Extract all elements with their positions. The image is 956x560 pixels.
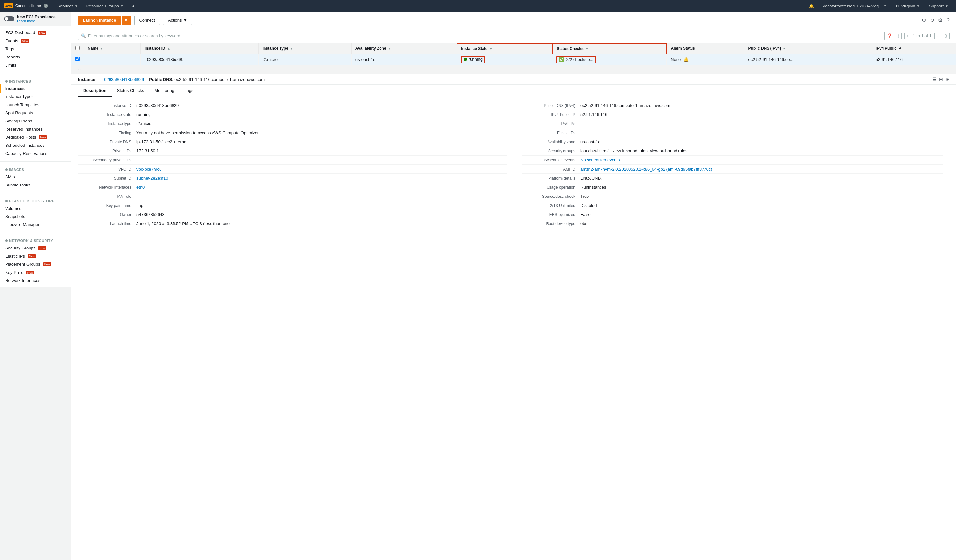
help-circle-icon[interactable]: ❓: [887, 33, 892, 38]
connect-button[interactable]: Connect: [134, 16, 160, 25]
header-alarm-status: Alarm Status: [667, 43, 744, 54]
nav-region[interactable]: N. Virginia ▼: [892, 0, 924, 12]
public-dns-label: Public DNS: ec2-52-91-146-116.compute-1.…: [149, 77, 264, 82]
settings-filter-icon[interactable]: ⚙: [921, 17, 926, 24]
tab-status-checks[interactable]: Status Checks: [112, 85, 149, 97]
help-icon[interactable]: ?: [947, 17, 950, 24]
sidebar-item-network-interfaces[interactable]: Network Interfaces: [0, 276, 71, 284]
cell-instance-type: t2.micro: [258, 54, 351, 65]
sidebar-item-events[interactable]: Events New: [0, 37, 71, 45]
sidebar-item-scheduled-instances[interactable]: Scheduled Instances: [0, 141, 71, 149]
sidebar-item-savings-plans[interactable]: Savings Plans: [0, 117, 71, 125]
sidebar-item-spot-requests[interactable]: Spot Requests: [0, 109, 71, 117]
new-experience-toggle[interactable]: New EC2 Experience Learn more: [0, 12, 71, 26]
console-home-link[interactable]: Console Home: [15, 3, 41, 8]
nav-support[interactable]: Support ▼: [925, 0, 952, 12]
desc-row-platform-details: Platform details Linux/UNIX: [522, 174, 943, 183]
header-checkbox-col: [71, 43, 84, 54]
sidebar-item-launch-templates[interactable]: Launch Templates: [0, 101, 71, 109]
section-title-network-security: NETWORK & SECURITY: [0, 237, 71, 244]
page-first-button[interactable]: ⟪: [895, 33, 902, 39]
sidebar-item-reserved-instances[interactable]: Reserved Instances: [0, 125, 71, 133]
help-badge[interactable]: ?: [44, 3, 48, 8]
view-inbound-rules-link[interactable]: view inbound rules.: [613, 149, 649, 153]
sidebar-item-instances[interactable]: Instances: [0, 85, 71, 93]
sidebar-item-volumes[interactable]: Volumes: [0, 204, 71, 212]
sidebar-item-security-groups[interactable]: Security Groups New: [0, 244, 71, 252]
check-ok-icon: ✅: [559, 57, 564, 62]
instance-detail-header: Instance: i-0293a80d418be6829 Public DNS…: [71, 74, 956, 85]
sidebar-item-snapshots[interactable]: Snapshots: [0, 212, 71, 221]
grid-view-icon[interactable]: ⊞: [946, 77, 950, 82]
desc-row-owner: Owner 547362852643: [78, 210, 507, 219]
toggle-switch[interactable]: [4, 16, 14, 22]
launch-instance-button[interactable]: Launch Instance: [78, 16, 121, 25]
sidebar-item-capacity-reservations[interactable]: Capacity Reservations: [0, 149, 71, 158]
tab-monitoring[interactable]: Monitoring: [149, 85, 179, 97]
desc-row-network-interfaces: Network interfaces eth0: [78, 183, 507, 192]
learn-more-link[interactable]: Learn more: [17, 19, 55, 23]
filter-bar: 🔍 ❓ ⟪ ‹ 1 to 1 of 1 › ⟫: [71, 29, 956, 43]
nav-favorites[interactable]: ★: [127, 0, 139, 12]
view-outbound-rules-link[interactable]: view outbound rules: [650, 149, 687, 153]
desc-row-availability-zone: Availability zone us-east-1e: [522, 137, 943, 146]
cell-status-checks: ✅ 2/2 checks p...: [552, 54, 667, 65]
sidebar-item-ec2-dashboard[interactable]: EC2 Dashboard New: [0, 28, 71, 37]
header-instance-id[interactable]: Instance ID ▲: [140, 43, 258, 54]
desc-row-ami-id: AMI ID amzn2-ami-hvm-2.0.20200520.1-x86_…: [522, 165, 943, 174]
row-checkbox[interactable]: [75, 57, 80, 61]
list-view-icon[interactable]: ☰: [932, 77, 937, 82]
sidebar-item-elastic-ips[interactable]: Elastic IPs New: [0, 252, 71, 260]
instance-table-wrapper: Name ▼ Instance ID ▲ Instance Type ▼ Ava…: [71, 43, 956, 65]
header-instance-state[interactable]: Instance State ▼: [457, 43, 552, 54]
instance-table: Name ▼ Instance ID ▲ Instance Type ▼ Ava…: [71, 43, 956, 65]
desc-row-t2t3-unlimited: T2/T3 Unlimited Disabled: [522, 201, 943, 210]
sidebar-item-reports[interactable]: Reports: [0, 53, 71, 61]
header-ipv4-public-ip: IPv4 Public IP: [871, 43, 956, 54]
detail-panel-handle[interactable]: · · ·: [71, 65, 956, 74]
toolbar-icons: ⚙ ↻ ⚙ ?: [921, 17, 950, 24]
desc-row-subnet-id: Subnet ID subnet-2e2e3f10: [78, 174, 507, 183]
launch-instance-dropdown[interactable]: ▼: [121, 16, 131, 25]
instance-id-link[interactable]: i-0293a80d418be6829: [102, 77, 144, 82]
sidebar-item-instance-types[interactable]: Instance Types: [0, 93, 71, 101]
region-caret-icon: ▼: [917, 4, 920, 8]
security-group-link[interactable]: launch-wizard-1.: [580, 149, 611, 153]
page-next-button[interactable]: ›: [934, 33, 940, 39]
header-name[interactable]: Name ▼: [84, 43, 141, 54]
nav-user[interactable]: vocstartsoft/user315939=profj... ▼: [819, 0, 891, 12]
refresh-icon[interactable]: ↻: [930, 17, 934, 24]
sidebar-item-placement-groups[interactable]: Placement Groups New: [0, 260, 71, 268]
sidebar-item-tags[interactable]: Tags: [0, 45, 71, 53]
header-instance-type[interactable]: Instance Type ▼: [258, 43, 351, 54]
nav-resource-groups[interactable]: Resource Groups ▼: [82, 0, 127, 12]
sidebar-item-amis[interactable]: AMIs: [0, 173, 71, 181]
page-last-button[interactable]: ⟫: [943, 33, 950, 39]
sidebar-item-dedicated-hosts[interactable]: Dedicated Hosts New: [0, 133, 71, 141]
actions-button[interactable]: Actions ▼: [163, 16, 192, 25]
header-availability-zone[interactable]: Availability Zone ▼: [351, 43, 457, 54]
tab-description[interactable]: Description: [78, 85, 112, 97]
nav-bell[interactable]: 🔔: [805, 0, 818, 12]
filter-input[interactable]: [88, 33, 882, 38]
toolbar: Launch Instance ▼ Connect Actions ▼ ⚙ ↻ …: [71, 12, 956, 29]
sidebar-item-limits[interactable]: Limits: [0, 61, 71, 69]
sidebar-item-key-pairs[interactable]: Key Pairs New: [0, 268, 71, 276]
page-prev-button[interactable]: ‹: [904, 33, 910, 39]
search-icon: 🔍: [81, 33, 86, 38]
table-row[interactable]: i-0293a80d418be68... t2.micro us-east-1e…: [71, 54, 956, 65]
select-all-checkbox[interactable]: [75, 46, 80, 50]
preferences-icon[interactable]: ⚙: [938, 17, 943, 24]
filter-input-wrapper[interactable]: 🔍: [78, 32, 885, 40]
filter-right: ❓ ⟪ ‹ 1 to 1 of 1 › ⟫: [887, 33, 950, 39]
sidebar-item-lifecycle-manager[interactable]: Lifecycle Manager: [0, 221, 71, 229]
header-public-dns[interactable]: Public DNS (IPv4) ▼: [744, 43, 871, 54]
header-status-checks[interactable]: Status Checks ▼: [552, 43, 667, 54]
tab-tags[interactable]: Tags: [179, 85, 198, 97]
desc-row-instance-state: Instance state running: [78, 110, 507, 119]
split-view-icon[interactable]: ⊟: [939, 77, 943, 82]
aws-logo[interactable]: aws Console Home ?: [4, 3, 48, 8]
nav-services[interactable]: Services ▼: [53, 0, 82, 12]
sidebar-item-bundle-tasks[interactable]: Bundle Tasks: [0, 181, 71, 189]
desc-row-instance-id: Instance ID i-0293a80d418be6829: [78, 101, 507, 110]
